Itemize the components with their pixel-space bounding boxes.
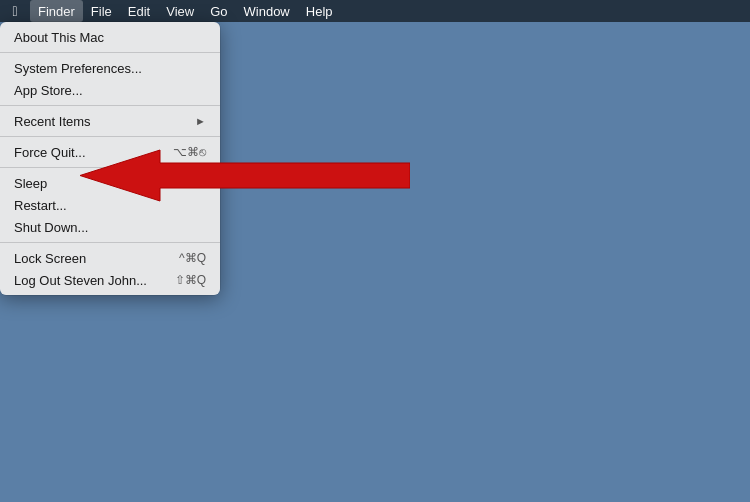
logout-shortcut: ⇧⌘Q — [175, 273, 206, 287]
menu-item-system-prefs[interactable]: System Preferences... — [0, 57, 220, 79]
menu-item-sleep[interactable]: Sleep — [0, 172, 220, 194]
menu-item-shutdown[interactable]: Shut Down... — [0, 216, 220, 238]
edit-menu[interactable]: Edit — [120, 0, 158, 22]
menu-separator-4 — [0, 167, 220, 168]
finder-menu[interactable]: Finder — [30, 0, 83, 22]
lock-screen-shortcut: ^⌘Q — [179, 251, 206, 265]
file-menu[interactable]: File — [83, 0, 120, 22]
menu-item-logout[interactable]: Log Out Steven John... ⇧⌘Q — [0, 269, 220, 291]
submenu-arrow-icon: ► — [195, 115, 206, 127]
menu-separator-2 — [0, 105, 220, 106]
window-menu[interactable]: Window — [236, 0, 298, 22]
apple-dropdown-menu: About This Mac System Preferences... App… — [0, 22, 220, 295]
view-menu[interactable]: View — [158, 0, 202, 22]
help-menu[interactable]: Help — [298, 0, 341, 22]
menu-item-force-quit[interactable]: Force Quit... ⌥⌘⎋ — [0, 141, 220, 163]
menu-item-recent-items[interactable]: Recent Items ► — [0, 110, 220, 132]
menu-item-app-store[interactable]: App Store... — [0, 79, 220, 101]
menu-item-lock-screen[interactable]: Lock Screen ^⌘Q — [0, 247, 220, 269]
menu-item-restart[interactable]: Restart... — [0, 194, 220, 216]
go-menu[interactable]: Go — [202, 0, 235, 22]
menu-item-about[interactable]: About This Mac — [0, 26, 220, 48]
menu-separator-5 — [0, 242, 220, 243]
force-quit-shortcut: ⌥⌘⎋ — [173, 145, 206, 159]
menu-separator-3 — [0, 136, 220, 137]
apple-menu-button[interactable]:  — [0, 0, 30, 22]
menubar:  Finder File Edit View Go Window Help — [0, 0, 750, 22]
menu-separator-1 — [0, 52, 220, 53]
